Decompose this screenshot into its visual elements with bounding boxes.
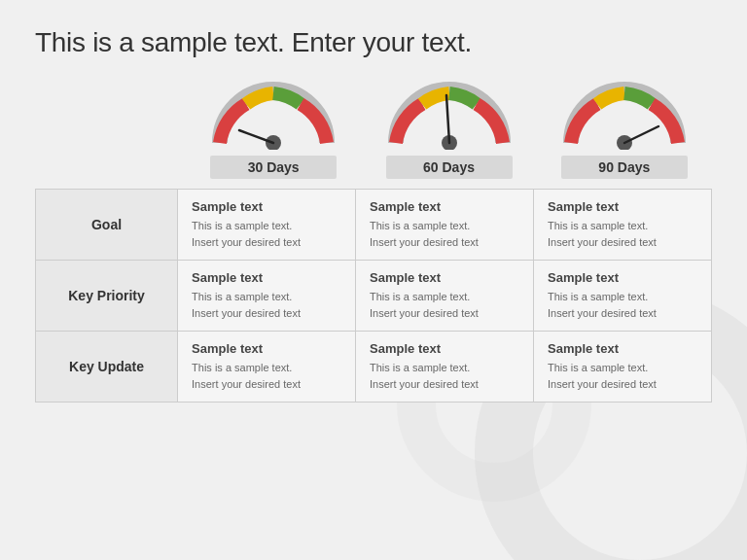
data-table: GoalSample textThis is a sample text. In…: [35, 189, 712, 402]
row-header-key-priority: Key Priority: [36, 261, 178, 332]
gauge-col-60: 60 Days: [361, 80, 536, 179]
cell-title: Sample text: [192, 199, 341, 214]
table-row: Key UpdateSample textThis is a sample te…: [36, 332, 712, 402]
data-cell-r2-c1: Sample textThis is a sample text. Insert…: [356, 332, 534, 402]
cell-body: This is a sample text. Insert your desir…: [370, 218, 519, 250]
data-cell-r2-c0: Sample textThis is a sample text. Insert…: [178, 332, 356, 402]
gauge-90: [561, 80, 688, 150]
cell-body: This is a sample text. Insert your desir…: [548, 218, 697, 250]
cell-body: This is a sample text. Insert your desir…: [192, 218, 341, 250]
data-cell-r0-c1: Sample textThis is a sample text. Insert…: [356, 190, 534, 261]
gauge-60: [386, 80, 513, 150]
cell-title: Sample text: [192, 341, 341, 356]
data-cell-r1-c0: Sample textThis is a sample text. Insert…: [178, 261, 356, 332]
cell-body: This is a sample text. Insert your desir…: [370, 289, 519, 321]
data-cell-r1-c2: Sample textThis is a sample text. Insert…: [534, 261, 712, 332]
cell-title: Sample text: [548, 270, 697, 285]
data-cell-r2-c2: Sample textThis is a sample text. Insert…: [534, 332, 712, 402]
cell-title: Sample text: [548, 199, 697, 214]
gauges-row: 30 Days 60 Days: [35, 80, 712, 179]
cell-title: Sample text: [192, 270, 341, 285]
gauge-col-90: 90 Days: [537, 80, 712, 179]
cell-title: Sample text: [548, 341, 697, 356]
data-cell-r0-c0: Sample textThis is a sample text. Insert…: [178, 190, 356, 261]
cell-title: Sample text: [370, 341, 519, 356]
gauge-30: [210, 80, 337, 150]
cell-body: This is a sample text. Insert your desir…: [192, 289, 341, 321]
data-cell-r0-c2: Sample textThis is a sample text. Insert…: [534, 190, 712, 261]
gauge-label-30: 30 Days: [210, 156, 337, 179]
cell-body: This is a sample text. Insert your desir…: [370, 360, 519, 392]
gauge-col-30: 30 Days: [186, 80, 361, 179]
svg-line-5: [624, 126, 658, 143]
cell-body: This is a sample text. Insert your desir…: [192, 360, 341, 392]
row-header-goal: Goal: [36, 190, 178, 261]
page-title: This is a sample text. Enter your text.: [35, 27, 712, 58]
cell-body: This is a sample text. Insert your desir…: [548, 360, 697, 392]
cell-title: Sample text: [370, 199, 519, 214]
svg-line-1: [239, 130, 273, 143]
table-row: Key PrioritySample textThis is a sample …: [36, 261, 712, 332]
gauge-label-90: 90 Days: [561, 156, 688, 179]
data-cell-r1-c1: Sample textThis is a sample text. Insert…: [356, 261, 534, 332]
cell-body: This is a sample text. Insert your desir…: [548, 289, 697, 321]
table-row: GoalSample textThis is a sample text. In…: [36, 190, 712, 261]
row-header-key-update: Key Update: [36, 332, 178, 402]
cell-title: Sample text: [370, 270, 519, 285]
gauge-label-60: 60 Days: [386, 156, 513, 179]
